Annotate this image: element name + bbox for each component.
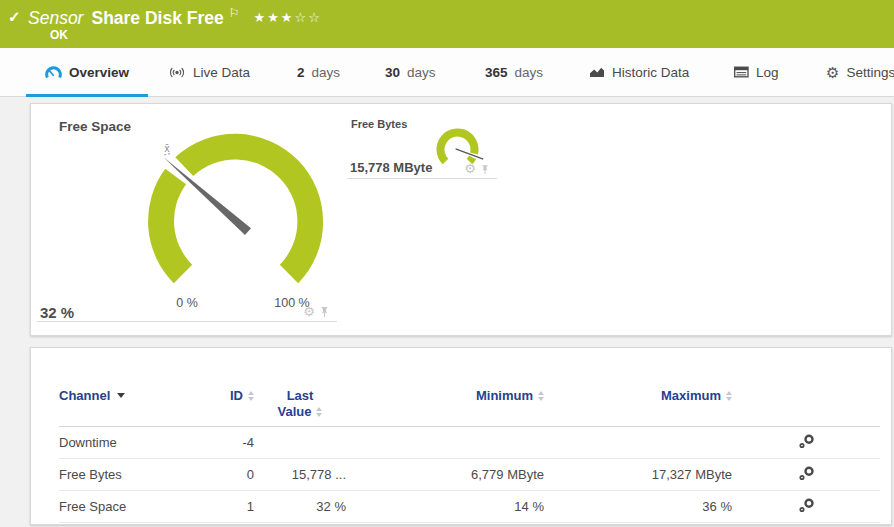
channel-settings-icon[interactable] — [798, 498, 815, 513]
pin-icon[interactable] — [320, 307, 329, 318]
tab-label: Log — [756, 65, 779, 80]
tab-30-days[interactable]: 30 days — [385, 48, 436, 96]
cell-channel: Free Bytes — [59, 459, 221, 491]
tab-unit: days — [515, 65, 544, 80]
cell-minimum: 14 % — [346, 491, 544, 523]
column-header-last-value[interactable]: Last Value — [254, 380, 346, 427]
tab-label: Historic Data — [612, 65, 689, 80]
gauge-icon — [45, 65, 62, 79]
average-marker: x̄ — [165, 143, 170, 154]
cell-channel: Downtime — [59, 427, 221, 459]
sort-icon — [248, 391, 254, 401]
cell-maximum: 17,327 MByte — [544, 459, 732, 491]
sensor-header: ✓ SensorShare Disk Free⚐★★★☆☆ OK — [0, 0, 894, 48]
tab-label: Settings — [846, 65, 894, 80]
table-row-downtime[interactable]: Downtime -4 — [59, 427, 880, 459]
sensor-title-line: SensorShare Disk Free⚐★★★☆☆ — [28, 6, 322, 29]
cell-id: 1 — [221, 491, 254, 523]
status-check-icon: ✓ — [8, 8, 21, 26]
pin-icon[interactable] — [481, 165, 489, 175]
cell-last-value: 15,778 ... — [254, 459, 346, 491]
tile-actions: ⚙ — [464, 162, 489, 175]
cell-minimum: 6,779 MByte — [346, 459, 544, 491]
cell-maximum — [544, 427, 732, 459]
gauge-value-free-space: 32 % — [40, 304, 74, 321]
cell-maximum: 36 % — [544, 491, 732, 523]
sort-desc-icon — [117, 393, 125, 398]
column-header-channel[interactable]: Channel — [59, 380, 221, 427]
tab-365-days[interactable]: 365 days — [485, 48, 543, 96]
cell-last-value — [254, 427, 346, 459]
tab-label: Live Data — [193, 65, 250, 80]
column-header-id[interactable]: ID — [221, 380, 254, 427]
tab-number: 365 — [485, 65, 508, 80]
cell-actions — [732, 491, 880, 523]
gear-icon: ⚙ — [826, 65, 839, 80]
channel-settings-icon[interactable] — [798, 434, 815, 449]
gauge-title-free-bytes: Free Bytes — [351, 118, 407, 130]
column-label: Minimum — [476, 388, 533, 403]
column-header-actions — [732, 380, 880, 427]
table-row-free-space[interactable]: Free Space 1 32 % 14 % 36 % — [59, 491, 880, 523]
channel-settings-icon[interactable] — [798, 466, 815, 481]
tab-settings[interactable]: ⚙ Settings — [826, 48, 894, 96]
column-label: ID — [230, 388, 243, 403]
log-list-icon — [734, 66, 749, 78]
column-label: Last — [287, 388, 314, 403]
broadcast-icon — [168, 66, 186, 79]
tab-historic-data[interactable]: Historic Data — [589, 48, 689, 96]
tab-bar: Overview Live Data 2 days 30 days 365 da… — [0, 48, 894, 97]
sensor-kind-label: Sensor — [28, 8, 83, 28]
area-chart-icon — [589, 66, 605, 78]
cell-last-value: 32 % — [254, 491, 346, 523]
column-label: Maximum — [661, 388, 721, 403]
table-row-free-bytes[interactable]: Free Bytes 0 15,778 ... 6,779 MByte 17,3… — [59, 459, 880, 491]
free-space-gauge: 0 % 100 % x̄ — [37, 112, 337, 312]
table-header-row: Channel ID Last Value Minimum Maximum — [59, 380, 880, 427]
cell-channel: Free Space — [59, 491, 221, 523]
sort-icon — [726, 391, 732, 401]
gauge-min-label: 0 % — [176, 296, 198, 310]
gauge-tile-free-space: Free Space 0 % 100 % x̄ 32 % ⚙ — [37, 112, 337, 322]
page-title: Share Disk Free — [91, 8, 223, 28]
cell-id: -4 — [221, 427, 254, 459]
column-header-maximum[interactable]: Maximum — [544, 380, 732, 427]
tab-number: 2 — [297, 65, 305, 80]
cell-actions — [732, 427, 880, 459]
sort-icon — [316, 407, 322, 417]
tab-live-data[interactable]: Live Data — [168, 48, 250, 96]
tab-2-days[interactable]: 2 days — [297, 48, 340, 96]
priority-stars[interactable]: ★★★☆☆ — [254, 10, 322, 25]
tab-number: 30 — [385, 65, 400, 80]
tab-log[interactable]: Log — [734, 48, 779, 96]
status-badge: OK — [50, 28, 68, 42]
cell-minimum — [346, 427, 544, 459]
tab-unit: days — [407, 65, 436, 80]
column-label: Value — [278, 404, 312, 419]
gauge-tile-free-bytes: Free Bytes 15,778 MByte ⚙ — [347, 113, 497, 179]
cell-actions — [732, 459, 880, 491]
column-header-minimum[interactable]: Minimum — [346, 380, 544, 427]
sort-icon — [538, 391, 544, 401]
gauge-settings-gear-icon[interactable]: ⚙ — [464, 162, 476, 175]
tile-actions: ⚙ — [303, 305, 329, 318]
gauge-value-free-bytes: 15,778 MByte — [350, 160, 432, 175]
gauge-settings-gear-icon[interactable]: ⚙ — [303, 305, 315, 318]
tab-label: Overview — [69, 65, 129, 80]
channels-panel: Channel ID Last Value Minimum Maximum — [30, 347, 892, 525]
column-label: Channel — [59, 388, 110, 403]
priority-flag-icon[interactable]: ⚐ — [229, 6, 240, 20]
tab-overview[interactable]: Overview — [26, 48, 148, 96]
cell-id: 0 — [221, 459, 254, 491]
channels-table: Channel ID Last Value Minimum Maximum — [59, 380, 880, 523]
overview-panel: Free Space 0 % 100 % x̄ 32 % ⚙ Free Byte… — [30, 103, 892, 336]
tab-unit: days — [312, 65, 341, 80]
average-marker-line — [164, 154, 170, 155]
